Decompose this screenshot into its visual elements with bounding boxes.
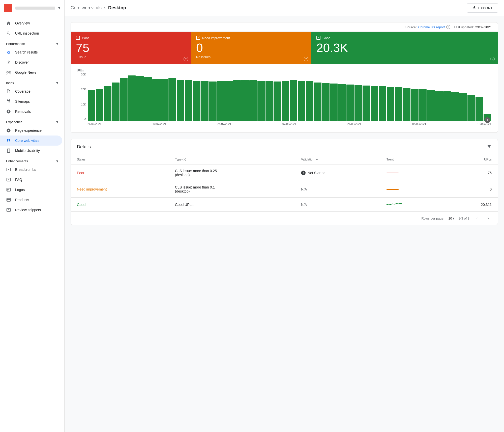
- chart-bar: [136, 76, 144, 121]
- poor-value: 75: [76, 42, 186, 54]
- col-trend: Trend: [380, 154, 444, 165]
- sidebar-chevron-icon[interactable]: ▾: [58, 6, 60, 10]
- sidebar-item-label: Search results: [15, 50, 38, 54]
- chart-bar: [435, 91, 443, 121]
- core-web-vitals-icon: [6, 138, 11, 143]
- chart-bar: [128, 75, 136, 121]
- row1-validation: ! Not Started: [295, 165, 380, 181]
- removals-icon: [6, 109, 11, 114]
- row1-urls: 75: [444, 165, 498, 181]
- chart-bar: [88, 90, 95, 121]
- table-row: Need improvement CLS issue: more than 0.…: [71, 181, 498, 198]
- svg-rect-5: [7, 208, 11, 211]
- chart-bar: [201, 81, 209, 121]
- source-help-icon[interactable]: ?: [446, 25, 450, 29]
- rows-per-page-select[interactable]: 10 ▾: [448, 216, 454, 220]
- chart-bar: [120, 78, 128, 121]
- index-section-header: Index ▾: [0, 77, 64, 86]
- performance-chevron-icon[interactable]: ▾: [56, 41, 58, 46]
- next-page-button[interactable]: ›: [485, 215, 492, 222]
- asterisk-icon: ✳: [6, 60, 11, 65]
- sidebar-item-page-experience[interactable]: Page experience: [0, 125, 62, 136]
- export-button[interactable]: EXPORT: [467, 3, 498, 13]
- pagination-bar: Rows per page: 10 ▾ 1-3 of 3 ‹ ›: [71, 211, 498, 225]
- home-icon: [6, 21, 11, 26]
- col-validation: Validation: [295, 154, 380, 165]
- chart-bar: [403, 88, 410, 121]
- svg-rect-4: [7, 198, 11, 201]
- sidebar-item-mobile-usability[interactable]: Mobile Usability: [0, 146, 62, 156]
- sidebar-item-coverage[interactable]: Coverage: [0, 86, 62, 96]
- prev-page-button[interactable]: ‹: [473, 215, 481, 222]
- sidebar-item-url-inspection[interactable]: URL inspection: [0, 28, 62, 38]
- sidebar-item-label: Mobile Usability: [15, 149, 40, 153]
- row3-status: Good: [71, 198, 169, 212]
- chart-y-axis-label: URLs: [77, 69, 492, 72]
- table-row: Poor CLS issue: more than 0.25(desktop) …: [71, 165, 498, 181]
- validation-sort-icon[interactable]: [315, 157, 319, 161]
- page-experience-icon: [6, 128, 11, 133]
- last-updated-label: Last updated:: [454, 25, 474, 29]
- chart-bar: [459, 93, 467, 121]
- sidebar-item-removals[interactable]: Removals: [0, 106, 62, 117]
- sidebar-item-label: Page experience: [15, 128, 42, 132]
- chart-bar: [193, 81, 200, 121]
- sidebar-item-products[interactable]: Products: [0, 195, 62, 205]
- row2-type: CLS issue: more than 0.1(desktop): [169, 181, 295, 198]
- sidebar-item-label: Logos: [15, 188, 25, 192]
- need-sub: No issues: [196, 55, 306, 59]
- sidebar-item-label: URL inspection: [15, 31, 39, 35]
- sidebar-site-name: [15, 7, 55, 10]
- chart-bar: [233, 80, 241, 121]
- sidebar-item-label: Breadcrumbs: [15, 168, 36, 172]
- rows-per-page-label: Rows per page:: [421, 217, 444, 220]
- sidebar-item-label: Coverage: [15, 89, 31, 93]
- enhancements-section-header: Enhancements ▾: [0, 156, 64, 165]
- sidebar-item-search-results[interactable]: G Search results: [0, 47, 62, 57]
- logos-icon: [6, 187, 11, 192]
- chart-bars: [87, 73, 492, 121]
- sidebar-item-core-web-vitals[interactable]: Core web vitals: [0, 136, 62, 146]
- filter-icon[interactable]: [487, 144, 492, 150]
- sidebar-item-review-snippets[interactable]: Review snippets: [0, 205, 62, 215]
- enhancements-chevron-icon[interactable]: ▾: [56, 159, 58, 164]
- good-help-icon[interactable]: ?: [490, 57, 495, 61]
- rows-chevron-icon: ▾: [453, 216, 454, 220]
- sidebar-item-google-news[interactable]: GE Google News: [0, 67, 62, 77]
- col-urls: URLs: [444, 154, 498, 165]
- sidebar-logo: [4, 4, 12, 12]
- chart-bar: [338, 84, 346, 121]
- sidebar-item-overview[interactable]: Overview: [0, 18, 62, 28]
- experience-section-header: Experience ▾: [0, 117, 64, 125]
- details-table: Status Type ? Validation: [71, 154, 498, 211]
- chart-bar: [209, 82, 217, 121]
- type-help-icon[interactable]: ?: [183, 158, 186, 161]
- products-icon: [6, 197, 11, 202]
- sidebar-item-faq[interactable]: FAQ: [0, 175, 62, 185]
- status-card-poor: ✓ Poor 75 1 issue ?: [71, 32, 191, 64]
- sidebar: ▾ Overview URL inspection Performance ▾ …: [0, 0, 65, 432]
- details-section: Details Status Type ?: [71, 139, 498, 225]
- chart-x-labels: 26/06/2021 10/07/2021 24/07/2021 07/08/2…: [87, 121, 492, 125]
- sidebar-item-sitemaps[interactable]: Sitemaps: [0, 96, 62, 106]
- sidebar-item-logos[interactable]: Logos: [0, 185, 62, 195]
- chart-bar: [177, 80, 184, 121]
- row2-urls: 0: [444, 181, 498, 198]
- sidebar-item-label: Review snippets: [15, 208, 41, 212]
- breadcrumbs-icon: [6, 167, 11, 172]
- chart-bar: [96, 89, 103, 121]
- table-row: Good Good URLs N/A 20,311: [71, 198, 498, 212]
- top-bar: Core web vitals › Desktop EXPORT: [65, 0, 504, 16]
- sidebar-item-discover[interactable]: ✳ Discover: [0, 57, 62, 67]
- good-card-header: ✓ Good: [316, 36, 493, 40]
- poor-help-icon[interactable]: ?: [184, 57, 188, 61]
- chart-bar: [467, 95, 475, 121]
- row1-trend: [380, 165, 444, 181]
- index-chevron-icon[interactable]: ▾: [56, 80, 58, 85]
- need-help-icon[interactable]: ?: [304, 57, 308, 61]
- sidebar-item-breadcrumbs[interactable]: Breadcrumbs: [0, 165, 62, 175]
- chart-bar: [443, 91, 451, 121]
- coverage-icon: [6, 89, 11, 94]
- experience-chevron-icon[interactable]: ▾: [56, 120, 58, 124]
- chart-bar: [104, 86, 111, 121]
